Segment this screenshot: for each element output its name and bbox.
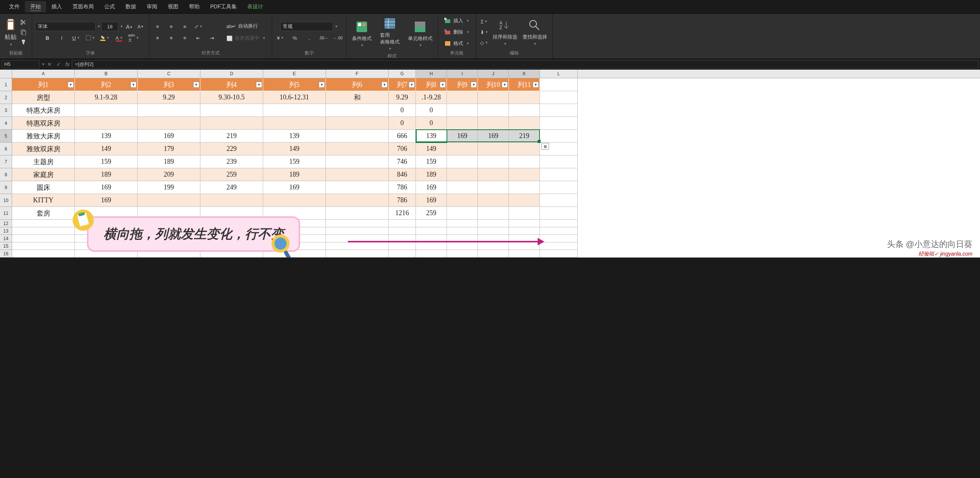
- filter-button[interactable]: ▼: [319, 82, 325, 88]
- col-header-K[interactable]: K: [509, 70, 540, 78]
- cell[interactable]: 189: [138, 155, 200, 168]
- cell[interactable]: 229: [200, 143, 263, 155]
- cell[interactable]: [478, 220, 509, 227]
- cell[interactable]: 139: [263, 130, 326, 143]
- italic-button[interactable]: I: [56, 33, 67, 42]
- cell[interactable]: 786: [389, 194, 416, 207]
- sort-filter-button[interactable]: AZ 排序和筛选▼: [490, 17, 520, 47]
- cell[interactable]: [478, 143, 509, 155]
- cell[interactable]: 0: [416, 117, 447, 130]
- row-header-14[interactable]: 14: [0, 235, 12, 242]
- cell[interactable]: 209: [138, 168, 200, 181]
- cell[interactable]: [509, 117, 540, 130]
- cell[interactable]: 189: [75, 168, 138, 181]
- table-header-cell[interactable]: 列6▼: [326, 78, 389, 91]
- indent-increase-button[interactable]: ⇥: [207, 33, 217, 42]
- row-header-5[interactable]: 5: [0, 130, 12, 143]
- conditional-format-button[interactable]: 条件格式▼: [350, 19, 374, 49]
- copy-button[interactable]: [18, 28, 29, 37]
- cell[interactable]: 139: [75, 130, 138, 143]
- row-header-2[interactable]: 2: [0, 91, 12, 104]
- table-header-cell[interactable]: 列4▼: [200, 78, 263, 91]
- cell[interactable]: [478, 155, 509, 168]
- row-header-13[interactable]: 13: [0, 227, 12, 235]
- cell[interactable]: [509, 207, 540, 220]
- table-header-cell[interactable]: 列8▼: [416, 78, 447, 91]
- cell[interactable]: [416, 227, 447, 235]
- cell[interactable]: 房型: [12, 91, 75, 104]
- cell[interactable]: 圆床: [12, 181, 75, 194]
- cell[interactable]: 249: [200, 181, 263, 194]
- cell[interactable]: [478, 250, 509, 258]
- menu-tabledesign[interactable]: 表设计: [242, 1, 269, 13]
- font-color-button[interactable]: A▼: [114, 33, 124, 42]
- cell[interactable]: 169: [416, 194, 447, 207]
- col-header-A[interactable]: A: [12, 70, 75, 78]
- row-header-9[interactable]: 9: [0, 181, 12, 194]
- cell[interactable]: [447, 104, 478, 117]
- cell[interactable]: 189: [263, 168, 326, 181]
- cell[interactable]: [478, 91, 509, 104]
- cell[interactable]: [447, 235, 478, 242]
- cell[interactable]: [447, 117, 478, 130]
- cell[interactable]: [326, 168, 389, 181]
- menu-pagelayout[interactable]: 页面布局: [67, 1, 99, 13]
- cell[interactable]: [509, 227, 540, 235]
- cell[interactable]: [326, 181, 389, 194]
- align-bottom-button[interactable]: ≡: [180, 22, 190, 31]
- cell[interactable]: [326, 117, 389, 130]
- cell[interactable]: [447, 168, 478, 181]
- cell[interactable]: [326, 235, 389, 242]
- cell[interactable]: 746: [389, 155, 416, 168]
- row-header-16[interactable]: 16: [0, 250, 12, 258]
- cell[interactable]: [447, 143, 478, 155]
- cell[interactable]: [509, 235, 540, 242]
- menu-view[interactable]: 视图: [162, 1, 184, 13]
- cell[interactable]: [416, 242, 447, 250]
- cell[interactable]: 9.29: [389, 91, 416, 104]
- underline-button[interactable]: U▼: [71, 33, 81, 42]
- cell[interactable]: 199: [138, 181, 200, 194]
- cell[interactable]: [326, 104, 389, 117]
- cell[interactable]: [540, 181, 578, 194]
- align-middle-button[interactable]: ≡: [166, 22, 177, 31]
- cell[interactable]: [75, 104, 138, 117]
- cell[interactable]: [200, 194, 263, 207]
- cell[interactable]: [12, 250, 75, 258]
- cell[interactable]: [478, 194, 509, 207]
- cell[interactable]: 219: [200, 130, 263, 143]
- cell[interactable]: [263, 194, 326, 207]
- cell[interactable]: [326, 227, 389, 235]
- cell[interactable]: [326, 220, 389, 227]
- cell[interactable]: [478, 104, 509, 117]
- insert-function-button[interactable]: fx: [63, 61, 72, 67]
- find-select-button[interactable]: 查找和选择▼: [520, 17, 549, 47]
- cell[interactable]: [326, 155, 389, 168]
- cell[interactable]: [509, 181, 540, 194]
- filter-button[interactable]: ▼: [533, 82, 539, 88]
- cell[interactable]: 主题房: [12, 155, 75, 168]
- cell[interactable]: [509, 155, 540, 168]
- cell[interactable]: [447, 227, 478, 235]
- cell[interactable]: [447, 181, 478, 194]
- col-header-C[interactable]: C: [138, 70, 200, 78]
- row-header-15[interactable]: 15: [0, 242, 12, 250]
- cell[interactable]: 786: [389, 181, 416, 194]
- format-cells-button[interactable]: 格式▼: [441, 38, 473, 48]
- row-header-3[interactable]: 3: [0, 104, 12, 117]
- cell[interactable]: [447, 207, 478, 220]
- cut-button[interactable]: [18, 18, 29, 27]
- cell[interactable]: [447, 242, 478, 250]
- font-name-select[interactable]: [35, 22, 95, 31]
- filter-button[interactable]: ▼: [471, 82, 477, 88]
- cell[interactable]: 169: [138, 130, 200, 143]
- filter-button[interactable]: ▼: [130, 82, 137, 88]
- table-header-cell[interactable]: 列3▼: [138, 78, 200, 91]
- row-header-4[interactable]: 4: [0, 117, 12, 130]
- cell[interactable]: [540, 207, 578, 220]
- cell[interactable]: [509, 168, 540, 181]
- cell[interactable]: 169: [447, 130, 478, 143]
- cell[interactable]: [540, 104, 578, 117]
- cell[interactable]: 239: [200, 155, 263, 168]
- orientation-button[interactable]: ⤢▼: [193, 22, 204, 31]
